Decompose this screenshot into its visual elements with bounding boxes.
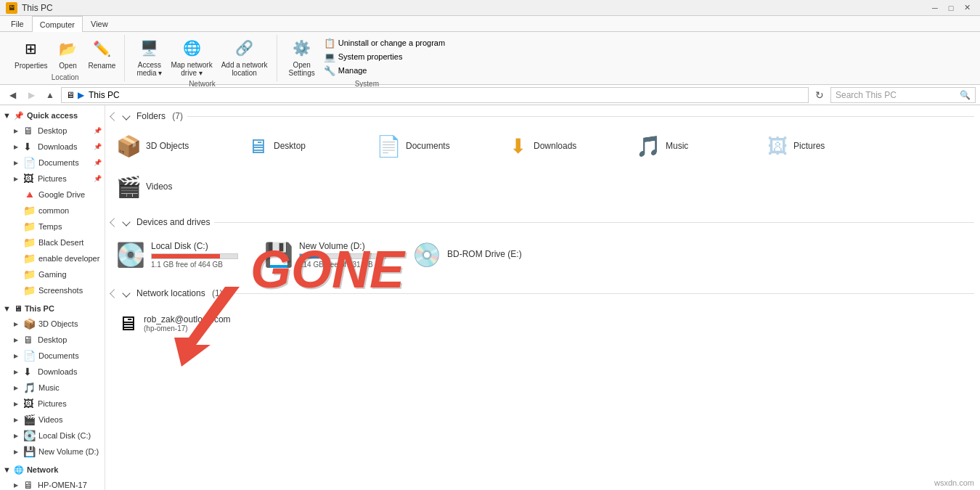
music-label: Music [38, 383, 102, 392]
access-media-button[interactable]: 🖥️ Accessmedia ▾ [134, 35, 165, 78]
sidebar-item-gaming[interactable]: 📁 Gaming [0, 266, 105, 282]
network-icon: 🌐 [14, 465, 24, 475]
bd-icon: 📁 [23, 237, 36, 248]
hp-expand: ▶ [12, 481, 20, 489]
manage-button[interactable]: 🔧 Manage [321, 65, 448, 77]
drive-d-name: New Volume (D:) [299, 241, 399, 251]
drive-d-icon: 💾 [264, 241, 293, 269]
network-item-rob-zak[interactable]: 🖥 rob_zak@outlook.com (hp-omen-17) [111, 304, 238, 342]
local-c-label: Local Disk (C:) [38, 431, 102, 440]
ss-expand [12, 286, 20, 295]
folder-docs-label: Documents [406, 141, 450, 151]
sidebar-item-desktop[interactable]: ▶ 🖥 Desktop 📌 [0, 123, 105, 139]
bd-expand [12, 238, 20, 247]
breadcrumb-this-pc[interactable]: ▶ [78, 90, 84, 100]
videos-label: Videos [38, 415, 102, 424]
sidebar-item-google-drive[interactable]: 🔺 Google Drive [0, 187, 105, 203]
folder-music-label: Music [666, 141, 688, 151]
ribbon-tabs: File Computer View [0, 16, 980, 32]
drive-e-info: BD-ROM Drive (E:) [447, 249, 547, 261]
rename-button[interactable]: ✏️ Rename [86, 36, 119, 71]
sidebar-item-downloads[interactable]: ▶ ⬇ Downloads 📌 [0, 139, 105, 155]
up-button[interactable]: ▲ [42, 87, 58, 103]
folder-music[interactable]: 🎵 Music [631, 127, 758, 165]
edev-icon: 📁 [23, 253, 36, 264]
address-path[interactable]: 🖥 ▶ This PC [61, 87, 809, 103]
add-network-button[interactable]: 🔗 Add a networklocation [219, 35, 271, 78]
this-pc-header[interactable]: ▼ 🖥 This PC [0, 301, 105, 316]
folder-pictures[interactable]: 🖼 Pictures [761, 127, 888, 165]
sidebar-item-screenshots[interactable]: 📁 Screenshots [0, 282, 105, 298]
network-loc-count: (1) [210, 288, 223, 298]
location-group-label: Location [52, 72, 79, 81]
sidebar-item-enable-dev[interactable]: 📁 enable developer [0, 250, 105, 266]
videos-expand: ▶ [12, 415, 20, 424]
open-settings-button[interactable]: ⚙️ OpenSettings [286, 35, 318, 78]
ss-icon: 📁 [23, 285, 36, 296]
sidebar-item-downloads-pc[interactable]: ▶ ⬇ Downloads [0, 364, 105, 380]
quick-access-header[interactable]: ▼ 📌 Quick access [0, 108, 105, 123]
search-icon: 🔍 [960, 90, 971, 100]
sidebar-item-3d-objects[interactable]: ▶ 📦 3D Objects [0, 316, 105, 332]
vol-d-icon: 💾 [23, 446, 36, 457]
sys-props-button[interactable]: 💻 System properties [321, 51, 448, 63]
map-network-button[interactable]: 🌐 Map networkdrive ▾ [168, 35, 215, 78]
sidebar-item-videos-pc[interactable]: ▶ 🎬 Videos [0, 412, 105, 428]
drive-d-free: 214 GB free of 931 GB [299, 261, 399, 269]
folders-title: Folders [136, 111, 166, 121]
desktop-label: Desktop [38, 126, 91, 135]
sidebar-item-black-desert[interactable]: 📁 Black Desert [0, 234, 105, 250]
desktop-expand: ▶ [12, 126, 20, 135]
sidebar-item-hp-omen[interactable]: ▶ 🖥 HP-OMEN-17 [0, 477, 105, 490]
folder-documents[interactable]: 📄 Documents [371, 127, 498, 165]
maximize-button[interactable]: □ [944, 2, 958, 14]
add-network-label: Add a networklocation [221, 61, 268, 77]
close-button[interactable]: ✕ [960, 2, 974, 14]
tab-computer[interactable]: Computer [32, 16, 83, 32]
folder-videos[interactable]: 🎬 Videos [111, 168, 238, 205]
map-network-icon: 🌐 [180, 36, 203, 60]
folder-vids-label: Videos [146, 181, 172, 192]
access-media-icon: 🖥️ [138, 36, 161, 60]
folder-3d-objects[interactable]: 📦 3D Objects [111, 127, 238, 165]
sidebar-item-documents-pc[interactable]: ▶ 📄 Documents [0, 348, 105, 364]
folder-docs-icon: 📄 [376, 134, 401, 158]
drive-new-vol-d[interactable]: 💾 New Volume (D:) 214 GB free of 931 GB [259, 233, 404, 277]
uninstall-icon: 📋 [324, 38, 335, 49]
downloads-icon: ⬇ [23, 141, 35, 152]
drive-bd-rom-e[interactable]: 💿 BD-ROM Drive (E:) [407, 233, 552, 277]
uninstall-button[interactable]: 📋 Uninstall or change a program [321, 37, 448, 49]
back-button[interactable]: ◀ [4, 87, 20, 103]
temps-icon: 📁 [23, 221, 36, 232]
sidebar-item-desktop-pc[interactable]: ▶ 🖥 Desktop [0, 332, 105, 348]
drive-c-free: 1.1 GB free of 464 GB [151, 261, 251, 269]
folder-dl-label: Downloads [534, 141, 576, 151]
sidebar-item-pictures[interactable]: ▶ 🖼 Pictures 📌 [0, 171, 105, 187]
open-button[interactable]: 📂 Open [54, 36, 83, 71]
videos-icon: 🎬 [23, 414, 36, 425]
search-box[interactable]: Search This PC 🔍 [830, 87, 976, 103]
tab-view[interactable]: View [83, 16, 116, 31]
sidebar-item-local-disk-c[interactable]: ▶ 💽 Local Disk (C:) [0, 428, 105, 444]
vol-d-expand: ▶ [12, 447, 20, 456]
minimize-button[interactable]: ─ [928, 2, 942, 14]
sidebar-item-new-volume-d[interactable]: ▶ 💾 New Volume (D:) [0, 444, 105, 460]
folder-desktop[interactable]: 🖥 Desktop [241, 127, 368, 165]
sidebar-item-music-pc[interactable]: ▶ 🎵 Music [0, 380, 105, 396]
folders-grid: 📦 3D Objects 🖥 Desktop 📄 Documents ⬇ Dow… [111, 127, 974, 205]
sidebar-item-pictures-pc[interactable]: ▶ 🖼 Pictures [0, 396, 105, 412]
documents-pc-expand: ▶ [12, 351, 20, 360]
forward-button[interactable]: ▶ [23, 87, 39, 103]
ss-label: Screenshots [38, 286, 102, 295]
sidebar-item-temps[interactable]: 📁 Temps [0, 219, 105, 234]
folder-downloads[interactable]: ⬇ Downloads [501, 127, 628, 165]
refresh-button[interactable]: ↻ [812, 87, 828, 103]
sidebar-section-quick-access: ▼ 📌 Quick access ▶ 🖥 Desktop 📌 ▶ ⬇ Downl… [0, 108, 105, 298]
properties-button[interactable]: ⊞ Properties [12, 36, 51, 71]
address-bar: ◀ ▶ ▲ 🖥 ▶ This PC ↻ Search This PC 🔍 [0, 85, 980, 105]
sidebar-item-common[interactable]: 📁 common [0, 203, 105, 219]
tab-file[interactable]: File [3, 16, 32, 31]
sidebar-item-documents[interactable]: ▶ 📄 Documents 📌 [0, 155, 105, 171]
drive-local-c[interactable]: 💽 Local Disk (C:) 1.1 GB free of 464 GB [111, 233, 256, 277]
network-header[interactable]: ▼ 🌐 Network [0, 462, 105, 477]
